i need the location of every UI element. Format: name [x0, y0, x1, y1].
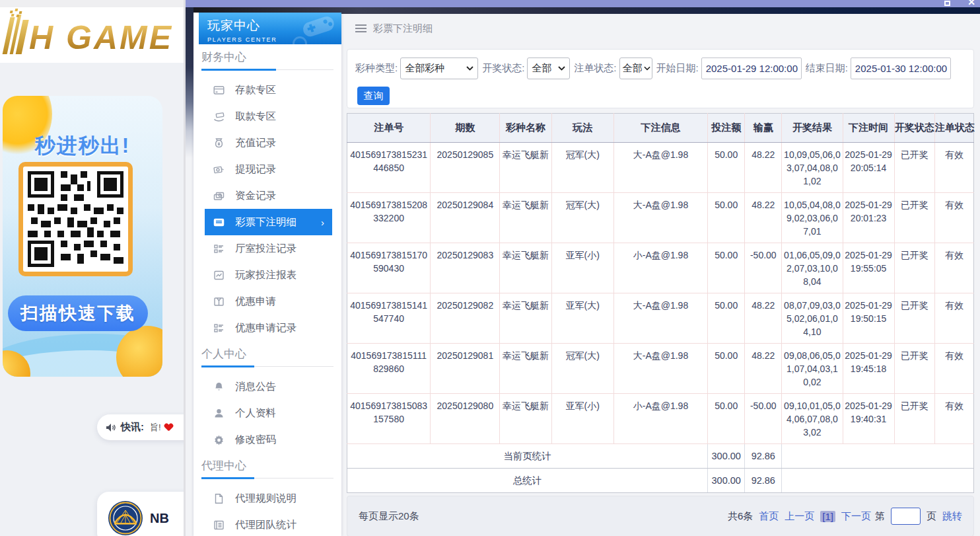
column-header: 注单状态: [934, 114, 973, 143]
column-header: 开奖状态: [894, 114, 934, 143]
sidebar-item-厅室投注记录[interactable]: 厅室投注记录 ›: [205, 235, 332, 262]
table-row: 40156917381514154774020250129082幸运飞艇新亚军(…: [347, 293, 974, 344]
total-count: 共6条: [728, 510, 753, 523]
maximize-icon[interactable]: [944, 1, 950, 6]
column-header: 期数: [431, 114, 500, 143]
app-download-banner[interactable]: 秒进秒出!: [3, 96, 162, 377]
page-stats-label: 当前页统计: [347, 444, 708, 469]
sidebar-item-label: 优惠申请: [235, 295, 276, 309]
sidebar-item-label: 充值记录: [235, 136, 276, 150]
table-cell: 10,05,04,08,09,02,03,06,07,01: [782, 193, 843, 243]
withdraw-record-icon: [213, 164, 225, 175]
section-title: 财务中心: [201, 51, 341, 64]
column-header: 下注时间: [843, 114, 894, 143]
first-page-link[interactable]: 首页: [759, 510, 779, 523]
table-cell: 幸运飞艇新: [500, 344, 551, 394]
scan-download-button[interactable]: 扫描快速下载: [8, 295, 148, 331]
sidebar-item-消息公告[interactable]: 消息公告 ›: [205, 373, 332, 400]
hall-bet-list-icon: [213, 243, 225, 254]
sidebar-item-修改密码[interactable]: 修改密码 ›: [205, 426, 332, 453]
chevron-down-icon: [558, 66, 565, 71]
table-cell: 50.00: [708, 344, 745, 394]
sidebar-item-个人资料[interactable]: 个人资料 ›: [205, 400, 332, 426]
table-row: 40156917381520833220020250129084幸运飞艇新冠军(…: [347, 193, 974, 243]
jump-prefix: 第: [875, 510, 885, 523]
table-cell: 2025-01-29 20:01:23: [843, 193, 894, 243]
table-cell: 有效: [934, 344, 973, 394]
speaker-icon: [106, 423, 116, 432]
moneybag-icon: [213, 137, 225, 149]
table-cell: 小-A盘@1.98: [613, 243, 707, 293]
total-stats-empty: [782, 469, 974, 493]
close-icon[interactable]: ✕: [967, 0, 975, 7]
table-cell: 大-A盘@1.98: [613, 193, 707, 243]
report-chart-icon: [213, 270, 225, 281]
start-date-input[interactable]: 2025-01-29 12:00:00: [701, 57, 802, 79]
sidebar-item-label: 玩家投注报表: [235, 268, 297, 282]
table-cell: 48.22: [745, 193, 782, 243]
jump-button[interactable]: 跳转: [942, 510, 962, 523]
sidebar-item-代理规则说明[interactable]: 代理规则说明 ›: [205, 485, 332, 512]
bell-icon: [213, 381, 225, 393]
sidebar-item-玩家投注报表[interactable]: 玩家投注报表 ›: [205, 262, 332, 288]
draw-status-select[interactable]: 全部: [527, 57, 570, 79]
section-underline: [201, 477, 333, 479]
table-cell: 01,06,05,09,02,07,03,10,08,04: [782, 243, 843, 293]
prev-page-link[interactable]: 上一页: [785, 510, 814, 523]
gear-icon: [213, 434, 225, 445]
filter-panel: 彩种类型: 全部彩种 开奖状态: 全部 注单状态: 全部: [347, 49, 974, 108]
current-page: [1]: [820, 511, 835, 522]
table-cell: 已开奖: [894, 193, 934, 243]
end-date-label: 结束日期:: [806, 62, 848, 75]
table-row: 40156917381508315758020250129080幸运飞艇新亚军(…: [347, 394, 974, 444]
table-cell: 有效: [934, 243, 973, 293]
table-cell: 401569173815231446850: [347, 143, 431, 193]
table-cell: 09,10,01,05,04,06,07,08,03,02: [782, 394, 843, 444]
table-cell: 幸运飞艇新: [500, 193, 551, 243]
table-cell: 小-A盘@1.98: [613, 394, 707, 444]
sidebar-item-优惠申请[interactable]: 优惠申请 ›: [205, 288, 332, 315]
table-cell: 已开奖: [894, 143, 934, 193]
sidebar-item-充值记录[interactable]: 充值记录 ›: [205, 130, 332, 156]
table-cell: 已开奖: [894, 344, 934, 394]
table-cell: 亚军(大): [551, 293, 613, 344]
menu-toggle-icon[interactable]: [355, 24, 367, 32]
ticker-text: 旨!: [150, 422, 161, 434]
sidebar-item-label: 代理团队统计: [235, 518, 297, 532]
sidebar-item-提现记录[interactable]: 提现记录 ›: [205, 156, 332, 182]
table-cell: 冠军(大): [551, 344, 613, 394]
table-cell: 大-A盘@1.98: [613, 344, 707, 394]
background-gap: [186, 7, 193, 166]
sidebar-item-取款专区[interactable]: 取款专区 ›: [205, 103, 332, 130]
page-top-strip: [0, 0, 186, 7]
sidebar-item-label: 消息公告: [235, 380, 276, 394]
section-underline: [201, 69, 333, 71]
page-number-input[interactable]: [891, 508, 921, 525]
table-cell: 有效: [934, 193, 973, 243]
table-cell: 20250129085: [431, 143, 500, 193]
sidebar-item-优惠申请记录[interactable]: 优惠申请记录 ›: [205, 315, 332, 341]
lottery-type-select[interactable]: 全部彩种: [400, 57, 478, 79]
section-title: 个人中心: [201, 348, 341, 361]
table-cell: 401569173815208332200: [347, 193, 431, 243]
order-status-select[interactable]: 全部: [619, 57, 652, 79]
hh-game-logo: H GAME: [7, 15, 173, 54]
end-date-input[interactable]: 2025-01-30 12:00:00: [851, 57, 951, 79]
sidebar-item-存款专区[interactable]: 存款专区 ›: [205, 77, 332, 103]
total-stats-label: 总统计: [347, 469, 708, 493]
screen: H GAME 秒进秒出!: [0, 0, 980, 536]
next-page-link[interactable]: 下一页: [841, 510, 871, 523]
table-cell: 50.00: [708, 243, 745, 293]
sidebar-item-代理团队统计[interactable]: 代理团队统计 ›: [205, 512, 332, 536]
warriors-logo-icon: [108, 500, 143, 536]
sidebar-item-彩票下注明细[interactable]: 彩票下注明细 ›: [205, 209, 332, 235]
search-button[interactable]: 查询: [357, 87, 390, 105]
sidebar-item-资金记录[interactable]: 资金记录 ›: [205, 182, 332, 209]
table-cell: 20250129082: [431, 293, 500, 344]
table-cell: 10,09,05,06,03,07,04,08,01,02: [782, 143, 843, 193]
table-cell: 09,08,06,05,01,07,04,03,10,02: [782, 344, 843, 394]
total-stats-winloss: 92.86: [745, 469, 782, 493]
nba-card-title: NB: [150, 511, 169, 526]
table-cell: 亚军(小): [551, 243, 613, 293]
sidebar-item-label: 资金记录: [235, 189, 276, 203]
